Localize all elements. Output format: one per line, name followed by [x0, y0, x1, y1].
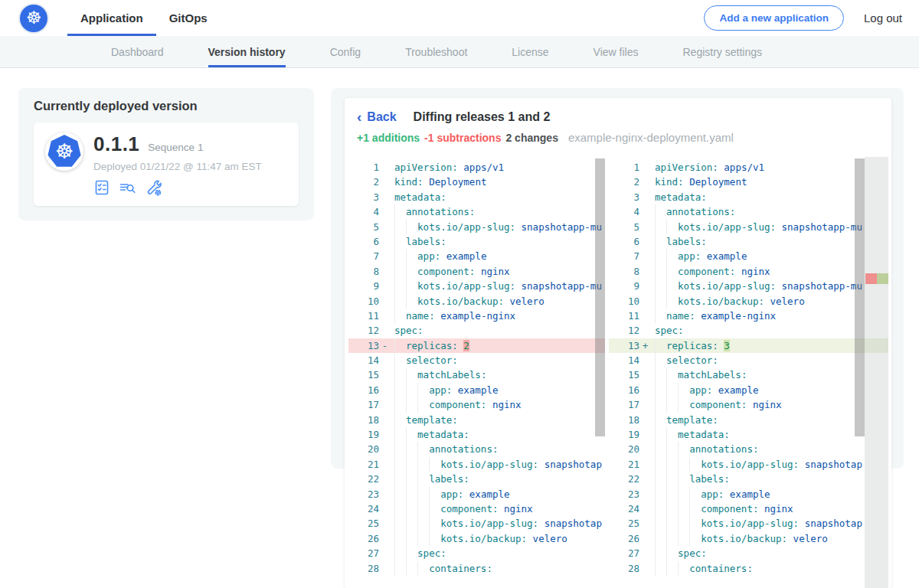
- diff-line: 27spec:: [609, 546, 888, 560]
- line-number: 3: [348, 190, 379, 204]
- diff-sign: [379, 397, 391, 412]
- line-number: 14: [348, 353, 379, 368]
- diff-sign: [379, 220, 391, 234]
- diff-sign: [639, 427, 651, 442]
- diff-sign: [379, 353, 391, 368]
- code-text: kots.io/app-slug: snapshotap: [651, 457, 888, 472]
- diff-line: 2kind: Deployment: [609, 175, 888, 189]
- code-text: apiVersion: apps/v1: [391, 160, 605, 175]
- diff-sign: [379, 323, 391, 338]
- scrollbar-left[interactable]: [595, 158, 605, 436]
- diff-editors: 1apiVersion: apps/v12kind: Deployment3me…: [348, 157, 888, 588]
- diff-line: 11name: example-nginx: [609, 309, 888, 323]
- code-text: template:: [391, 413, 605, 427]
- subnav-item-view-files[interactable]: View files: [594, 36, 639, 67]
- tab-gitops[interactable]: GitOps: [156, 0, 221, 36]
- line-number: 20: [348, 442, 379, 456]
- diff-sign: [639, 160, 651, 175]
- diff-stats: +1 additions -1 subtractions 2 changes e…: [357, 131, 879, 144]
- diff-sign: [639, 501, 651, 516]
- diff-sign: [639, 279, 651, 293]
- line-number: 10: [609, 294, 639, 309]
- diff-line: 10kots.io/backup: velero: [348, 294, 605, 309]
- back-label: Back: [367, 110, 396, 124]
- diff-line: 13+replicas: 3: [609, 338, 888, 353]
- code-text: app: example: [651, 383, 888, 397]
- diff-sign: [379, 294, 391, 309]
- diff-sign: [379, 279, 391, 293]
- diff-title: Diffing releases 1 and 2: [414, 110, 551, 124]
- add-application-button[interactable]: Add a new application: [704, 5, 844, 31]
- diff-sign: [379, 516, 391, 531]
- diff-sign: [639, 413, 651, 427]
- line-number: 13: [348, 338, 379, 353]
- line-number: 15: [348, 368, 379, 382]
- line-number: 8: [609, 264, 639, 279]
- top-bar: ☸ ApplicationGitOps Add a new applicatio…: [0, 0, 919, 36]
- kubernetes-logo-icon: ☸: [20, 5, 47, 32]
- diff-sign: [379, 204, 391, 219]
- code-text: labels:: [391, 472, 605, 486]
- diff-line: 6labels:: [609, 234, 888, 249]
- diff-sign: [639, 294, 651, 309]
- back-button[interactable]: ‹ Back: [357, 109, 397, 124]
- subnav-item-dashboard[interactable]: Dashboard: [111, 36, 164, 67]
- line-number: 7: [609, 249, 639, 263]
- app-icon-badge: ☸: [45, 132, 83, 171]
- diff-line: 15matchLabels:: [609, 368, 888, 382]
- diff-line: 10kots.io/backup: velero: [609, 294, 888, 309]
- diff-line: 23app: example: [348, 487, 605, 501]
- diff-sign: -: [379, 338, 391, 353]
- code-text: spec:: [391, 323, 605, 338]
- diff-line: 18template:: [609, 413, 888, 427]
- diff-line: 22labels:: [348, 472, 605, 486]
- line-number: 18: [609, 413, 639, 427]
- code-text: labels:: [651, 234, 888, 249]
- sequence-label: Sequence 1: [148, 142, 203, 153]
- diff-sign: [379, 234, 391, 249]
- additions-count: +1 additions: [357, 132, 420, 144]
- subnav-item-license[interactable]: License: [512, 36, 548, 67]
- line-number: 24: [348, 501, 379, 516]
- diff-sign: [639, 234, 651, 249]
- subnav-item-config[interactable]: Config: [330, 36, 361, 67]
- deploy-logs-icon[interactable]: [119, 179, 136, 196]
- subnav-item-troubleshoot[interactable]: Troubleshoot: [405, 36, 467, 67]
- line-number: 25: [609, 516, 639, 531]
- subnav-item-registry-settings[interactable]: Registry settings: [682, 36, 761, 67]
- diff-line: 1apiVersion: apps/v1: [609, 160, 888, 175]
- line-number: 2: [348, 175, 379, 189]
- diff-sign: [639, 264, 651, 279]
- diff-line: 28containers:: [609, 561, 888, 576]
- code-text: name: example-nginx: [391, 309, 605, 323]
- diff-sign: [639, 561, 651, 576]
- line-number: 15: [609, 368, 639, 382]
- line-number: 11: [348, 309, 379, 323]
- code-text: selector:: [651, 353, 888, 368]
- subnav-item-version-history[interactable]: Version history: [208, 36, 286, 67]
- line-number: 18: [348, 413, 379, 427]
- code-text: kots.io/app-slug: snapshotapp-mu: [391, 279, 605, 293]
- logout-link[interactable]: Log out: [864, 11, 902, 24]
- line-number: 22: [609, 472, 639, 486]
- diff-line: 9kots.io/app-slug: snapshotapp-mu: [348, 279, 605, 293]
- diff-line: 25kots.io/app-slug: snapshotap: [609, 516, 888, 531]
- line-number: 1: [609, 160, 639, 175]
- edit-config-icon[interactable]: [145, 179, 162, 196]
- chevron-left-icon: ‹: [357, 109, 361, 124]
- diff-line: 8component: nginx: [348, 264, 605, 279]
- line-number: 23: [609, 487, 639, 501]
- diff-line: 19metadata:: [609, 427, 888, 442]
- preflight-checks-icon[interactable]: [93, 179, 110, 196]
- diff-sign: [379, 368, 391, 382]
- diff-line: 16app: example: [348, 383, 605, 397]
- scrollbar-right[interactable]: [855, 158, 865, 436]
- diff-card: ‹ Back Diffing releases 1 and 2 +1 addit…: [345, 98, 891, 588]
- code-text: name: example-nginx: [651, 309, 888, 323]
- diff-sign: [379, 383, 391, 397]
- code-text: annotations:: [651, 442, 888, 456]
- line-number: 25: [348, 516, 379, 531]
- line-number: 27: [348, 546, 379, 560]
- tab-application[interactable]: Application: [67, 0, 156, 36]
- diff-line: 3metadata:: [609, 190, 888, 204]
